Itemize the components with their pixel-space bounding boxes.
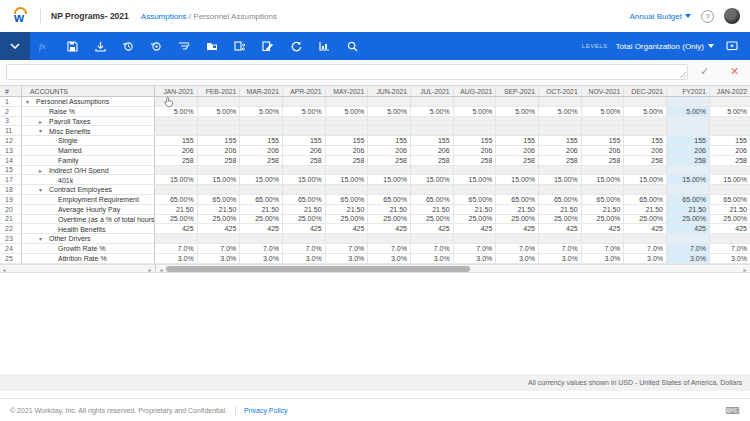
value-cell-mar-2021[interactable]: 25.00% (240, 215, 283, 224)
account-name-cell[interactable]: Attrition Rate % (22, 254, 155, 263)
value-cell-jan-2021[interactable]: 15.00% (155, 175, 198, 184)
value-cell-mar-2021[interactable]: 258 (240, 156, 283, 165)
value-cell-sep-2021[interactable]: 258 (496, 156, 539, 165)
value-cell-jul-2021[interactable]: 5.00% (411, 107, 454, 116)
value-cell-mar-2021[interactable]: 3.0% (240, 254, 283, 263)
account-name-cell[interactable]: ▾Misc Benefits (22, 126, 155, 135)
value-cell-fy2021[interactable]: 5.00% (667, 107, 710, 116)
value-cell-jan-2021[interactable]: 65.00% (155, 195, 198, 204)
value-cell-sep-2021[interactable]: 7.0% (496, 244, 539, 253)
account-name-cell[interactable]: Overtime (as a % of total hours) (22, 215, 155, 224)
value-cell-jan-2022[interactable]: 425 (710, 224, 750, 233)
value-cell-fy2021[interactable]: 206 (667, 146, 710, 155)
value-cell-jul-2021[interactable]: 206 (411, 146, 454, 155)
save-icon[interactable] (58, 32, 86, 60)
value-cell-feb-2021[interactable]: 425 (198, 224, 241, 233)
value-cell-sep-2021[interactable]: 155 (496, 136, 539, 145)
value-cell-jun-2021[interactable]: 7.0% (368, 244, 411, 253)
workday-logo-icon[interactable]: w (12, 7, 30, 25)
column-header-nov-2021[interactable]: NOV-2021 (582, 86, 625, 96)
value-cell-jul-2021[interactable]: 25.00% (411, 215, 454, 224)
account-name-cell[interactable]: ▾Contract Employees (22, 185, 155, 194)
value-cell-nov-2021[interactable]: 425 (582, 224, 625, 233)
levels-dropdown[interactable]: Total Organization (Only) (616, 42, 714, 51)
scroll-left-icon[interactable]: ◂ (0, 265, 8, 273)
value-cell-oct-2021[interactable]: 25.00% (539, 215, 582, 224)
value-cell-jan-2022[interactable]: 5.00% (710, 107, 750, 116)
column-header-feb-2021[interactable]: FEB-2021 (198, 86, 241, 96)
value-cell-oct-2021[interactable]: 15.00% (539, 175, 582, 184)
column-header-jun-2021[interactable]: JUN-2021 (368, 86, 411, 96)
value-cell-jun-2021[interactable]: 5.00% (368, 107, 411, 116)
account-name-cell[interactable]: Single (22, 136, 155, 145)
import-download-icon[interactable] (86, 32, 114, 60)
value-cell-oct-2021[interactable]: 5.00% (539, 107, 582, 116)
value-cell-sep-2021[interactable]: 21.50 (496, 205, 539, 214)
value-cell-mar-2021[interactable]: 5.00% (240, 107, 283, 116)
value-cell-apr-2021[interactable]: 3.0% (283, 254, 326, 263)
value-cell-may-2021[interactable]: 425 (326, 224, 369, 233)
value-cell-fy2021[interactable]: 3.0% (667, 254, 710, 263)
privacy-policy-link[interactable]: Privacy Policy (244, 407, 288, 414)
value-cell-jan-2021[interactable]: 3.0% (155, 254, 198, 263)
account-name-cell[interactable]: Raise % (22, 107, 155, 116)
sheet-sync-icon[interactable] (226, 32, 254, 60)
value-cell-jan-2022[interactable]: 25.00% (710, 215, 750, 224)
account-name-cell[interactable]: ▸Indirect O/H Spend (22, 166, 155, 175)
value-cell-jun-2021[interactable]: 258 (368, 156, 411, 165)
value-cell-sep-2021[interactable]: 5.00% (496, 107, 539, 116)
value-cell-nov-2021[interactable]: 3.0% (582, 254, 625, 263)
value-cell-aug-2021[interactable]: 15.00% (454, 175, 497, 184)
value-cell-apr-2021[interactable]: 7.0% (283, 244, 326, 253)
formula-fx-icon[interactable]: fx (30, 32, 58, 60)
value-cell-dec-2021[interactable]: 425 (624, 224, 667, 233)
value-cell-fy2021[interactable]: 21.50 (667, 205, 710, 214)
account-name-cell[interactable]: ▸Payroll Taxes (22, 117, 155, 126)
cancel-edit-button[interactable]: ✕ (730, 65, 739, 78)
value-cell-nov-2021[interactable]: 5.00% (582, 107, 625, 116)
account-name-cell[interactable]: Married (22, 146, 155, 155)
value-cell-jun-2021[interactable]: 15.00% (368, 175, 411, 184)
value-cell-feb-2021[interactable]: 65.00% (198, 195, 241, 204)
value-cell-dec-2021[interactable]: 155 (624, 136, 667, 145)
formula-input[interactable] (6, 64, 688, 80)
value-cell-jun-2021[interactable]: 25.00% (368, 215, 411, 224)
value-cell-apr-2021[interactable]: 258 (283, 156, 326, 165)
value-cell-aug-2021[interactable]: 21.50 (454, 205, 497, 214)
account-name-cell[interactable]: Family (22, 156, 155, 165)
value-cell-feb-2021[interactable]: 5.00% (198, 107, 241, 116)
value-cell-mar-2021[interactable]: 425 (240, 224, 283, 233)
value-cell-fy2021[interactable]: 425 (667, 224, 710, 233)
value-cell-jan-2022[interactable]: 15.00% (710, 175, 750, 184)
account-name-cell[interactable]: Employment Requirement (22, 195, 155, 204)
scroll-right-icon[interactable]: ▸ (146, 265, 154, 273)
value-cell-fy2021[interactable]: 65.00% (667, 195, 710, 204)
value-cell-jun-2021[interactable]: 21.50 (368, 205, 411, 214)
version-dropdown[interactable]: Annual Budget (630, 12, 692, 21)
value-cell-aug-2021[interactable]: 7.0% (454, 244, 497, 253)
account-name-cell[interactable]: 401k (22, 175, 155, 184)
search-icon[interactable] (338, 32, 366, 60)
value-cell-may-2021[interactable]: 21.50 (326, 205, 369, 214)
value-cell-oct-2021[interactable]: 155 (539, 136, 582, 145)
value-cell-sep-2021[interactable]: 15.00% (496, 175, 539, 184)
value-cell-jan-2021[interactable]: 155 (155, 136, 198, 145)
refresh-icon[interactable] (282, 32, 310, 60)
keyboard-shortcuts-icon[interactable]: ⌨ (726, 405, 740, 416)
value-cell-nov-2021[interactable]: 25.00% (582, 215, 625, 224)
value-cell-dec-2021[interactable]: 5.00% (624, 107, 667, 116)
value-cell-jan-2022[interactable]: 65.00% (710, 195, 750, 204)
value-cell-jan-2021[interactable]: 21.50 (155, 205, 198, 214)
value-cell-nov-2021[interactable]: 7.0% (582, 244, 625, 253)
value-cell-apr-2021[interactable]: 25.00% (283, 215, 326, 224)
history-back-icon[interactable] (114, 32, 142, 60)
value-cell-apr-2021[interactable]: 65.00% (283, 195, 326, 204)
value-cell-may-2021[interactable]: 25.00% (326, 215, 369, 224)
column-header-mar-2021[interactable]: MAR-2021 (240, 86, 283, 96)
value-cell-jun-2021[interactable]: 3.0% (368, 254, 411, 263)
value-cell-jul-2021[interactable]: 21.50 (411, 205, 454, 214)
value-cell-may-2021[interactable]: 155 (326, 136, 369, 145)
value-cell-may-2021[interactable]: 65.00% (326, 195, 369, 204)
scroll-right-icon[interactable]: ▸ (741, 265, 749, 273)
value-cell-nov-2021[interactable]: 21.50 (582, 205, 625, 214)
